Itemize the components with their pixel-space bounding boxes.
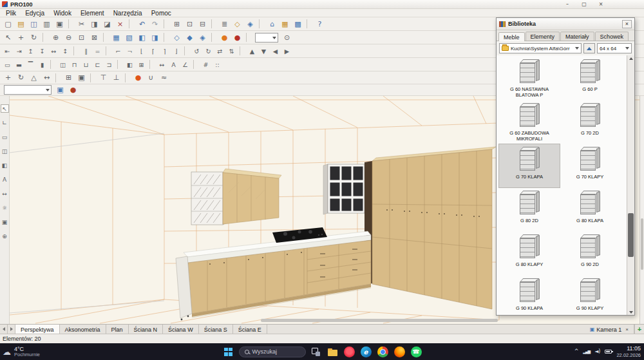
tray-chevron-icon[interactable]: ^ [574, 348, 579, 354]
camera-tab-close-icon[interactable]: × [625, 327, 629, 332]
export-icon[interactable]: ▥ [41, 19, 53, 30]
material-tool-icon[interactable]: ◧ [1, 161, 9, 169]
nudge-down-icon[interactable]: ▼ [258, 46, 269, 57]
zoom-level-combo[interactable] [255, 33, 278, 43]
tab-perspektywa[interactable]: Perspektywa [15, 325, 60, 334]
opera-icon[interactable] [344, 346, 355, 357]
library-item[interactable]: G 80 KLAPA [560, 188, 620, 231]
weather-widget[interactable]: ☁ 4°C Pochmurnie [3, 346, 40, 358]
nudge-right-icon[interactable]: ▶ [281, 46, 292, 57]
light-tool-icon[interactable]: ☼ [1, 204, 9, 212]
panel-insert-icon[interactable]: ⊐ [104, 59, 115, 70]
align-left-icon[interactable]: ⇤ [2, 46, 13, 57]
sketch-icon[interactable]: ▧ [123, 32, 135, 43]
shelf-insert-icon[interactable]: ⊔ [80, 59, 91, 70]
wall-dialog-icon[interactable]: ⌂ [266, 19, 278, 30]
tab-aksonometria[interactable]: Aksonometria [60, 325, 106, 334]
rotate-cw-icon[interactable]: ↻ [203, 46, 214, 57]
align-bottom-icon[interactable]: ↧ [37, 46, 48, 57]
camera-tool-icon[interactable]: ▣ [1, 218, 9, 226]
axonometry-view-icon[interactable]: ◆ [184, 32, 196, 43]
new-document-icon[interactable]: ▢ [2, 19, 14, 30]
rotate-tool-icon[interactable]: ↻ [15, 72, 27, 83]
library-item[interactable]: G 60 NASTAWNA BLATOWA P [499, 57, 560, 100]
magnet-snap-icon[interactable]: ∪ [145, 72, 157, 83]
zoom-percent-icon[interactable]: ⊙ [281, 32, 293, 43]
viewport-h-scrollbar[interactable] [261, 319, 498, 322]
to-wall-icon[interactable]: ⌉ [159, 46, 170, 57]
snap-right-icon[interactable]: ¬ [124, 46, 135, 57]
redo-icon[interactable]: ↷ [149, 19, 161, 30]
bottom-projection-icon[interactable]: ⊥ [110, 72, 122, 83]
cabinet-insert-icon[interactable]: ◫ [57, 59, 68, 70]
library-item[interactable]: G 80 2D [499, 188, 560, 231]
orbit-icon[interactable]: ↻ [28, 32, 40, 43]
zoom-all-icon[interactable]: ⊠ [88, 32, 100, 43]
group-icon[interactable]: ⊡ [184, 19, 196, 30]
ungroup-icon[interactable]: ⊟ [196, 19, 209, 30]
pan-icon[interactable]: + [15, 32, 27, 43]
select-all-icon[interactable]: ⊞ [171, 19, 183, 30]
snap-ceiling-icon[interactable]: ⌈ [147, 46, 158, 57]
tab-sciana-s[interactable]: Ściana S [199, 325, 233, 334]
library-titlebar[interactable]: Biblioteka × [497, 18, 634, 30]
paste-icon[interactable]: ◪ [101, 19, 113, 30]
battery-icon[interactable] [605, 350, 612, 354]
lighting-icon[interactable]: ● [218, 32, 231, 43]
library-close-icon[interactable]: × [622, 20, 632, 28]
documentation-icon[interactable]: ◈ [244, 19, 256, 30]
maximize-button[interactable]: ▢ [578, 1, 590, 8]
library-tab-meble[interactable]: Meble [498, 32, 525, 41]
distribute-h-icon[interactable]: ∥ [80, 46, 91, 57]
center-v-icon[interactable]: ↕ [60, 46, 71, 57]
camera-tab[interactable]: ▣ Kamera 1 × [585, 325, 634, 334]
menu-narzedzia[interactable]: Narzędzia [109, 10, 147, 17]
menu-pomoc[interactable]: Pomoc [147, 10, 176, 17]
edge-icon[interactable]: e [361, 346, 372, 357]
move-tool-icon[interactable]: + [2, 72, 14, 83]
upper-open-shelf-dark[interactable] [323, 164, 365, 214]
tab-sciana-w[interactable]: Ściana W [163, 325, 199, 334]
upper-cabinets-wood[interactable] [223, 169, 281, 224]
library-item[interactable]: G 70 2D [560, 100, 620, 144]
menu-widok[interactable]: Widok [49, 10, 76, 17]
plan-view-icon[interactable]: ◈ [196, 32, 209, 43]
text-tool-icon[interactable]: A [1, 175, 9, 184]
taskbar-clock[interactable]: 11:05 22.02.2026 [616, 345, 641, 358]
perspective-view-icon[interactable]: ◇ [171, 32, 183, 43]
clear-selection-icon[interactable]: ● [67, 84, 79, 95]
report-icon[interactable]: ≣ [218, 19, 231, 30]
library-item[interactable]: G 90 2D [560, 232, 620, 275]
scale-tool-icon[interactable]: △ [28, 72, 40, 83]
ceiling-insert-icon[interactable]: ▔ [25, 59, 36, 70]
record-icon[interactable]: ● [231, 32, 243, 43]
room-tool-icon[interactable]: ∟ [1, 118, 9, 127]
select-tool-icon[interactable]: ↖ [1, 104, 9, 113]
selection-name-combo[interactable] [4, 85, 52, 95]
chrome-icon[interactable] [377, 346, 388, 357]
undo-icon[interactable]: ↶ [136, 19, 148, 30]
dimension-tool-icon[interactable]: ↔ [1, 189, 9, 198]
library-item[interactable]: G 80 KLAPY [499, 232, 560, 275]
tab-scroll-right[interactable] [8, 325, 15, 334]
library-scrollbar[interactable] [627, 55, 634, 315]
add-camera-button[interactable]: + [634, 325, 644, 334]
counter-insert-icon[interactable]: ⊓ [69, 59, 80, 70]
folder-up-button[interactable] [583, 43, 595, 53]
center-h-icon[interactable]: ↔ [48, 46, 59, 57]
floor-insert-icon[interactable]: ▬ [14, 59, 24, 70]
menu-edycja[interactable]: Edycja [21, 10, 49, 17]
collision-check-icon[interactable]: ● [132, 72, 144, 83]
library-scroll-thumb[interactable] [628, 213, 634, 257]
library-path-combo[interactable]: Kuchnia\System Alfa\Górr [499, 43, 582, 53]
column-insert-icon[interactable]: ▮ [37, 59, 48, 70]
floor-dialog-icon[interactable]: ▦ [279, 19, 291, 30]
taskbar-search[interactable]: Wyszukaj [239, 346, 306, 357]
thumb-size-combo[interactable]: 64 x 64 [597, 43, 632, 53]
snap-left-icon[interactable]: ⌐ [113, 46, 124, 57]
tab-plan[interactable]: Plan [106, 325, 129, 334]
menu-element[interactable]: Element [76, 10, 109, 17]
viewport-v-scroll-thumb[interactable] [641, 218, 643, 270]
apply-selection-icon[interactable]: ▣ [54, 84, 66, 95]
element-tool-icon[interactable]: ◫ [1, 147, 9, 155]
